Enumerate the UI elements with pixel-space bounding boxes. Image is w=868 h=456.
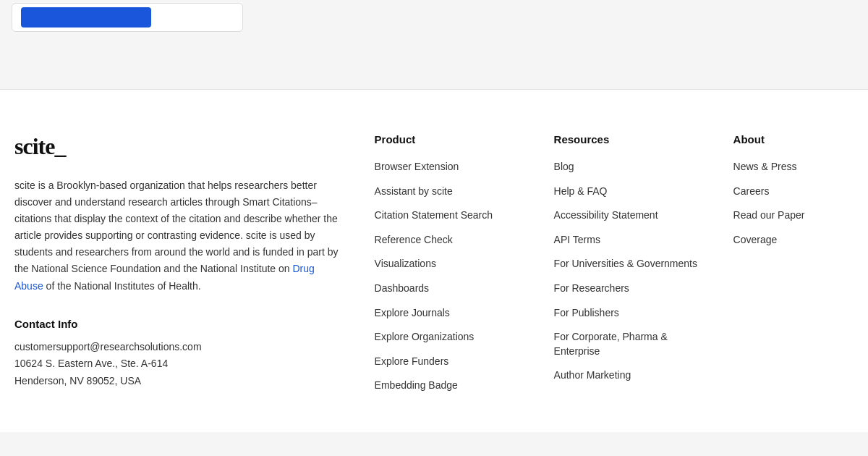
list-item: For Researchers: [554, 282, 705, 296]
for-publishers-link[interactable]: For Publishers: [554, 307, 619, 318]
contact-address1: 10624 S. Eastern Ave., Ste. A-614: [14, 355, 346, 373]
browser-extension-link[interactable]: Browser Extension: [375, 161, 459, 172]
top-card: [12, 3, 243, 32]
list-item: Explore Journals: [375, 306, 525, 321]
footer: scite_ scite is a Brooklyn-based organiz…: [0, 90, 868, 432]
list-item: News & Press: [733, 160, 854, 174]
drug-abuse-link[interactable]: Drug Abuse: [14, 263, 315, 291]
list-item: Author Marketing: [554, 368, 705, 383]
help-faq-link[interactable]: Help & FAQ: [554, 185, 608, 197]
list-item: Explore Organizations: [375, 330, 525, 345]
top-blue-button[interactable]: [21, 7, 151, 28]
list-item: For Universities & Governments: [554, 257, 705, 271]
author-marketing-link[interactable]: Author Marketing: [554, 369, 631, 381]
explore-organizations-link[interactable]: Explore Organizations: [375, 331, 475, 342]
list-item: Careers: [733, 185, 854, 199]
footer-product-column: Product Browser Extension Assistant by s…: [375, 133, 525, 403]
for-researchers-link[interactable]: For Researchers: [554, 282, 629, 294]
contact-email: customersupport@researchsolutions.com: [14, 339, 346, 356]
contact-heading: Contact Info: [14, 318, 346, 330]
reference-check-link[interactable]: Reference Check: [375, 234, 453, 245]
product-links: Browser Extension Assistant by scite Cit…: [375, 160, 525, 393]
list-item: For Publishers: [554, 306, 705, 321]
list-item: Visualizations: [375, 257, 525, 271]
coverage-link[interactable]: Coverage: [733, 234, 778, 245]
about-links: News & Press Careers Read our Paper Cove…: [733, 160, 854, 247]
visualizations-link[interactable]: Visualizations: [375, 258, 436, 269]
list-item: Dashboards: [375, 282, 525, 296]
citation-statement-search-link[interactable]: Citation Statement Search: [375, 209, 493, 221]
list-item: Explore Funders: [375, 355, 525, 369]
list-item: Help & FAQ: [554, 185, 705, 199]
footer-brand-column: scite_ scite is a Brooklyn-based organiz…: [14, 133, 346, 403]
list-item: Citation Statement Search: [375, 208, 525, 223]
careers-link[interactable]: Careers: [733, 185, 770, 197]
brand-logo: scite_: [14, 133, 346, 160]
footer-about-column: About News & Press Careers Read our Pape…: [733, 133, 854, 403]
list-item: Embedding Badge: [375, 379, 525, 393]
list-item: Browser Extension: [375, 160, 525, 174]
universities-governments-link[interactable]: For Universities & Governments: [554, 258, 697, 269]
list-item: Coverage: [733, 233, 854, 248]
product-heading: Product: [375, 133, 525, 145]
list-item: Read our Paper: [733, 208, 854, 223]
list-item: Reference Check: [375, 233, 525, 248]
contact-address2: Henderson, NV 89052, USA: [14, 373, 346, 390]
explore-journals-link[interactable]: Explore Journals: [375, 307, 450, 318]
read-our-paper-link[interactable]: Read our Paper: [733, 209, 805, 221]
api-terms-link[interactable]: API Terms: [554, 234, 600, 245]
resources-links: Blog Help & FAQ Accessibility Statement …: [554, 160, 705, 383]
dashboards-link[interactable]: Dashboards: [375, 282, 430, 294]
top-stripe: [0, 3, 868, 90]
resources-heading: Resources: [554, 133, 705, 145]
list-item: Blog: [554, 160, 705, 174]
explore-funders-link[interactable]: Explore Funders: [375, 355, 449, 367]
list-item: Accessibility Statement: [554, 208, 705, 223]
list-item: For Corporate, Pharma & Enterprise: [554, 330, 705, 358]
accessibility-statement-link[interactable]: Accessibility Statement: [554, 209, 658, 221]
footer-inner: scite_ scite is a Brooklyn-based organiz…: [14, 133, 854, 403]
embedding-badge-link[interactable]: Embedding Badge: [375, 379, 458, 391]
brand-description: scite is a Brooklyn-based organization t…: [14, 177, 346, 295]
list-item: Assistant by scite: [375, 185, 525, 199]
assistant-by-scite-link[interactable]: Assistant by scite: [375, 185, 453, 197]
about-heading: About: [733, 133, 854, 145]
news-press-link[interactable]: News & Press: [733, 161, 797, 172]
list-item: API Terms: [554, 233, 705, 248]
footer-resources-column: Resources Blog Help & FAQ Accessibility …: [554, 133, 705, 403]
contact-info: customersupport@researchsolutions.com 10…: [14, 339, 346, 390]
blog-link[interactable]: Blog: [554, 161, 574, 172]
for-corporate-link[interactable]: For Corporate, Pharma & Enterprise: [554, 331, 668, 357]
